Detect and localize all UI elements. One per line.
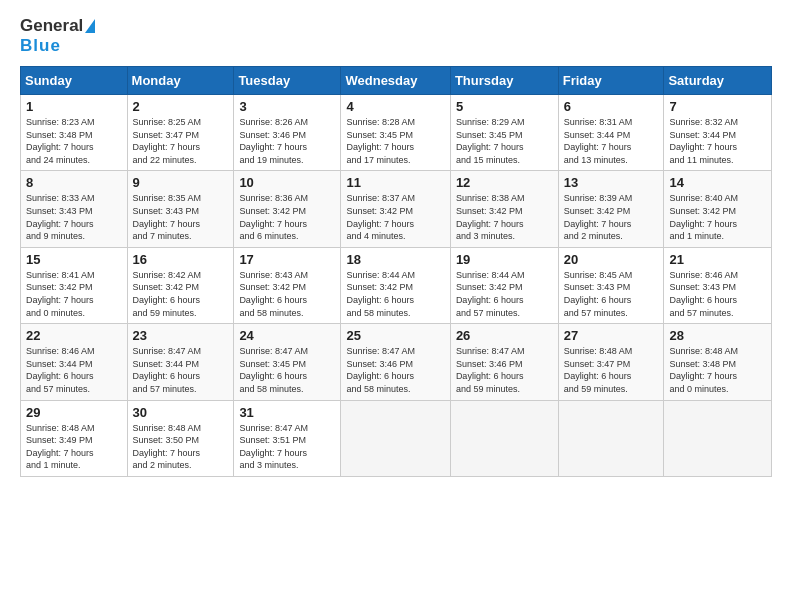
day-cell-22: 22Sunrise: 8:46 AMSunset: 3:44 PMDayligh… bbox=[21, 324, 128, 400]
day-number: 18 bbox=[346, 252, 444, 267]
day-info: Sunrise: 8:35 AMSunset: 3:43 PMDaylight:… bbox=[133, 192, 229, 242]
day-cell-20: 20Sunrise: 8:45 AMSunset: 3:43 PMDayligh… bbox=[558, 247, 664, 323]
day-number: 30 bbox=[133, 405, 229, 420]
week-row-3: 15Sunrise: 8:41 AMSunset: 3:42 PMDayligh… bbox=[21, 247, 772, 323]
day-number: 6 bbox=[564, 99, 659, 114]
day-number: 28 bbox=[669, 328, 766, 343]
day-cell-6: 6Sunrise: 8:31 AMSunset: 3:44 PMDaylight… bbox=[558, 95, 664, 171]
day-number: 16 bbox=[133, 252, 229, 267]
week-row-1: 1Sunrise: 8:23 AMSunset: 3:48 PMDaylight… bbox=[21, 95, 772, 171]
day-number: 25 bbox=[346, 328, 444, 343]
day-number: 19 bbox=[456, 252, 553, 267]
day-info: Sunrise: 8:45 AMSunset: 3:43 PMDaylight:… bbox=[564, 269, 659, 319]
day-info: Sunrise: 8:48 AMSunset: 3:49 PMDaylight:… bbox=[26, 422, 122, 472]
day-number: 23 bbox=[133, 328, 229, 343]
day-info: Sunrise: 8:44 AMSunset: 3:42 PMDaylight:… bbox=[456, 269, 553, 319]
logo-blue: Blue bbox=[20, 36, 61, 56]
day-info: Sunrise: 8:47 AMSunset: 3:46 PMDaylight:… bbox=[346, 345, 444, 395]
day-info: Sunrise: 8:43 AMSunset: 3:42 PMDaylight:… bbox=[239, 269, 335, 319]
day-number: 13 bbox=[564, 175, 659, 190]
day-cell-17: 17Sunrise: 8:43 AMSunset: 3:42 PMDayligh… bbox=[234, 247, 341, 323]
day-info: Sunrise: 8:46 AMSunset: 3:43 PMDaylight:… bbox=[669, 269, 766, 319]
page: General Blue SundayMondayTuesdayWednesda… bbox=[0, 0, 792, 612]
day-info: Sunrise: 8:31 AMSunset: 3:44 PMDaylight:… bbox=[564, 116, 659, 166]
day-info: Sunrise: 8:48 AMSunset: 3:48 PMDaylight:… bbox=[669, 345, 766, 395]
day-cell-10: 10Sunrise: 8:36 AMSunset: 3:42 PMDayligh… bbox=[234, 171, 341, 247]
day-number: 15 bbox=[26, 252, 122, 267]
day-cell-4: 4Sunrise: 8:28 AMSunset: 3:45 PMDaylight… bbox=[341, 95, 450, 171]
day-number: 10 bbox=[239, 175, 335, 190]
day-cell-9: 9Sunrise: 8:35 AMSunset: 3:43 PMDaylight… bbox=[127, 171, 234, 247]
day-info: Sunrise: 8:47 AMSunset: 3:45 PMDaylight:… bbox=[239, 345, 335, 395]
weekday-header-thursday: Thursday bbox=[450, 67, 558, 95]
day-info: Sunrise: 8:41 AMSunset: 3:42 PMDaylight:… bbox=[26, 269, 122, 319]
day-cell-16: 16Sunrise: 8:42 AMSunset: 3:42 PMDayligh… bbox=[127, 247, 234, 323]
day-cell-7: 7Sunrise: 8:32 AMSunset: 3:44 PMDaylight… bbox=[664, 95, 772, 171]
day-cell-27: 27Sunrise: 8:48 AMSunset: 3:47 PMDayligh… bbox=[558, 324, 664, 400]
week-row-4: 22Sunrise: 8:46 AMSunset: 3:44 PMDayligh… bbox=[21, 324, 772, 400]
day-number: 4 bbox=[346, 99, 444, 114]
calendar: SundayMondayTuesdayWednesdayThursdayFrid… bbox=[20, 66, 772, 477]
day-info: Sunrise: 8:32 AMSunset: 3:44 PMDaylight:… bbox=[669, 116, 766, 166]
day-number: 21 bbox=[669, 252, 766, 267]
day-cell-30: 30Sunrise: 8:48 AMSunset: 3:50 PMDayligh… bbox=[127, 400, 234, 476]
day-number: 29 bbox=[26, 405, 122, 420]
day-info: Sunrise: 8:29 AMSunset: 3:45 PMDaylight:… bbox=[456, 116, 553, 166]
weekday-header-saturday: Saturday bbox=[664, 67, 772, 95]
day-info: Sunrise: 8:40 AMSunset: 3:42 PMDaylight:… bbox=[669, 192, 766, 242]
day-cell-12: 12Sunrise: 8:38 AMSunset: 3:42 PMDayligh… bbox=[450, 171, 558, 247]
weekday-header-row: SundayMondayTuesdayWednesdayThursdayFrid… bbox=[21, 67, 772, 95]
day-info: Sunrise: 8:44 AMSunset: 3:42 PMDaylight:… bbox=[346, 269, 444, 319]
day-number: 27 bbox=[564, 328, 659, 343]
weekday-header-friday: Friday bbox=[558, 67, 664, 95]
day-info: Sunrise: 8:25 AMSunset: 3:47 PMDaylight:… bbox=[133, 116, 229, 166]
day-number: 3 bbox=[239, 99, 335, 114]
day-cell-1: 1Sunrise: 8:23 AMSunset: 3:48 PMDaylight… bbox=[21, 95, 128, 171]
day-info: Sunrise: 8:28 AMSunset: 3:45 PMDaylight:… bbox=[346, 116, 444, 166]
header: General Blue bbox=[20, 16, 772, 56]
day-number: 2 bbox=[133, 99, 229, 114]
day-info: Sunrise: 8:26 AMSunset: 3:46 PMDaylight:… bbox=[239, 116, 335, 166]
day-cell-8: 8Sunrise: 8:33 AMSunset: 3:43 PMDaylight… bbox=[21, 171, 128, 247]
day-cell-31: 31Sunrise: 8:47 AMSunset: 3:51 PMDayligh… bbox=[234, 400, 341, 476]
day-info: Sunrise: 8:36 AMSunset: 3:42 PMDaylight:… bbox=[239, 192, 335, 242]
day-cell-18: 18Sunrise: 8:44 AMSunset: 3:42 PMDayligh… bbox=[341, 247, 450, 323]
day-info: Sunrise: 8:47 AMSunset: 3:44 PMDaylight:… bbox=[133, 345, 229, 395]
day-number: 14 bbox=[669, 175, 766, 190]
weekday-header-tuesday: Tuesday bbox=[234, 67, 341, 95]
day-cell-3: 3Sunrise: 8:26 AMSunset: 3:46 PMDaylight… bbox=[234, 95, 341, 171]
day-number: 9 bbox=[133, 175, 229, 190]
day-info: Sunrise: 8:47 AMSunset: 3:46 PMDaylight:… bbox=[456, 345, 553, 395]
day-info: Sunrise: 8:48 AMSunset: 3:50 PMDaylight:… bbox=[133, 422, 229, 472]
day-number: 17 bbox=[239, 252, 335, 267]
day-info: Sunrise: 8:42 AMSunset: 3:42 PMDaylight:… bbox=[133, 269, 229, 319]
week-row-5: 29Sunrise: 8:48 AMSunset: 3:49 PMDayligh… bbox=[21, 400, 772, 476]
day-number: 22 bbox=[26, 328, 122, 343]
empty-cell bbox=[341, 400, 450, 476]
day-number: 11 bbox=[346, 175, 444, 190]
day-cell-24: 24Sunrise: 8:47 AMSunset: 3:45 PMDayligh… bbox=[234, 324, 341, 400]
day-cell-11: 11Sunrise: 8:37 AMSunset: 3:42 PMDayligh… bbox=[341, 171, 450, 247]
day-info: Sunrise: 8:39 AMSunset: 3:42 PMDaylight:… bbox=[564, 192, 659, 242]
weekday-header-wednesday: Wednesday bbox=[341, 67, 450, 95]
day-info: Sunrise: 8:33 AMSunset: 3:43 PMDaylight:… bbox=[26, 192, 122, 242]
day-number: 8 bbox=[26, 175, 122, 190]
empty-cell bbox=[558, 400, 664, 476]
day-info: Sunrise: 8:38 AMSunset: 3:42 PMDaylight:… bbox=[456, 192, 553, 242]
day-info: Sunrise: 8:37 AMSunset: 3:42 PMDaylight:… bbox=[346, 192, 444, 242]
day-cell-5: 5Sunrise: 8:29 AMSunset: 3:45 PMDaylight… bbox=[450, 95, 558, 171]
day-info: Sunrise: 8:47 AMSunset: 3:51 PMDaylight:… bbox=[239, 422, 335, 472]
empty-cell bbox=[450, 400, 558, 476]
day-number: 26 bbox=[456, 328, 553, 343]
day-number: 20 bbox=[564, 252, 659, 267]
logo-triangle-icon bbox=[85, 19, 95, 33]
day-number: 24 bbox=[239, 328, 335, 343]
day-number: 5 bbox=[456, 99, 553, 114]
day-info: Sunrise: 8:48 AMSunset: 3:47 PMDaylight:… bbox=[564, 345, 659, 395]
day-cell-13: 13Sunrise: 8:39 AMSunset: 3:42 PMDayligh… bbox=[558, 171, 664, 247]
day-cell-23: 23Sunrise: 8:47 AMSunset: 3:44 PMDayligh… bbox=[127, 324, 234, 400]
day-cell-2: 2Sunrise: 8:25 AMSunset: 3:47 PMDaylight… bbox=[127, 95, 234, 171]
day-number: 1 bbox=[26, 99, 122, 114]
empty-cell bbox=[664, 400, 772, 476]
day-cell-25: 25Sunrise: 8:47 AMSunset: 3:46 PMDayligh… bbox=[341, 324, 450, 400]
